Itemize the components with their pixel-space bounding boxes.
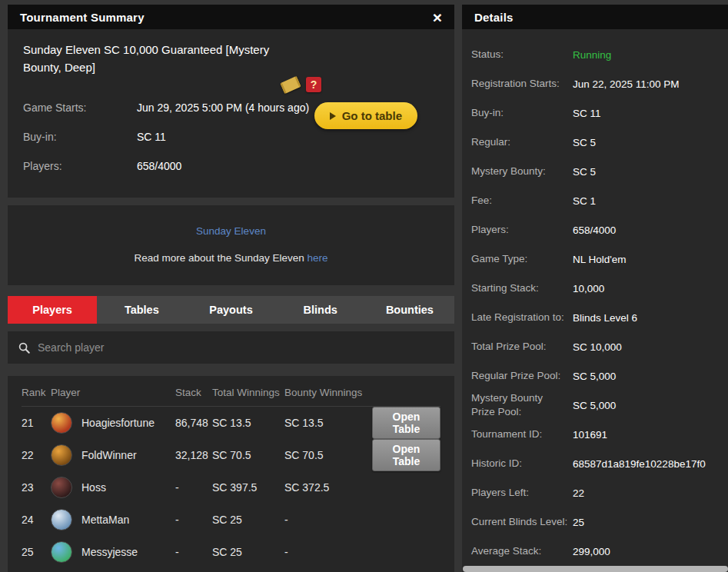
title-icons: ? [281, 77, 321, 92]
detail-row-starting-stack: Starting Stack: 10,000 [471, 274, 719, 303]
avatar [51, 509, 72, 530]
player-stack: - [175, 514, 212, 526]
series-info-card: Sunday Eleven Read more about the Sunday… [8, 205, 454, 285]
go-to-table-button[interactable]: Go to table [314, 102, 417, 129]
detail-label: Late Registration to: [471, 311, 573, 324]
player-bounty-winnings: SC 372.5 [284, 481, 372, 494]
player-name: Hoss [81, 481, 106, 494]
player-cell: FoldWinner [51, 444, 175, 466]
detail-row-late-registration: Late Registration to: Blinds Level 6 [471, 303, 719, 332]
player-cell: Hoagiesfortune [51, 412, 175, 434]
detail-row-mystery-bounty-prize-pool: Mystery Bounty Prize Pool: SC 5,000 [471, 391, 719, 420]
player-stack: - [175, 481, 212, 494]
details-body: Status: Running Registration Starts: Jun… [462, 29, 728, 572]
search-input[interactable] [38, 341, 444, 354]
summary-card: Sunday Eleven SC 10,000 Guaranteed [Myst… [8, 29, 454, 198]
player-name: FoldWinner [81, 449, 137, 461]
table-row: 22 FoldWinner 32,128 SC 70.5 SC 70.5 Ope… [22, 439, 440, 471]
details-header: Details [462, 5, 728, 29]
col-player: Player [51, 387, 175, 398]
tab-bar: Players Tables Payouts Blinds Bounties [8, 296, 454, 324]
detail-label: Registration Starts: [471, 77, 573, 91]
player-name: Messyjesse [81, 546, 138, 558]
detail-label: Players Left: [471, 486, 573, 500]
series-link[interactable]: Sunday Eleven [196, 225, 266, 237]
detail-row-historic-id: Historic ID: 68587d1a819fe10228be17f0 [471, 449, 719, 478]
detail-row-regular-prize-pool: Regular Prize Pool: SC 5,000 [471, 361, 719, 391]
read-more-line: Read more about the Sunday Eleven here [23, 252, 439, 264]
detail-value: NL Hold'em [573, 254, 627, 265]
horizontal-scrollbar[interactable] [463, 566, 728, 572]
detail-label: Tournament ID: [471, 427, 573, 441]
player-rank: 22 [22, 449, 51, 461]
detail-value: SC 11 [573, 108, 601, 119]
field-value: Jun 29, 2025 5:00 PM (4 hours ago) [137, 101, 309, 114]
tab-bounties[interactable]: Bounties [365, 296, 454, 324]
player-total-winnings: SC 13.5 [212, 417, 284, 429]
read-more-text: Read more about the Sunday Eleven [134, 252, 307, 264]
tournament-summary-header: Tournament Summary × [8, 5, 454, 29]
player-bounty-winnings: - [284, 514, 372, 526]
player-rank: 21 [22, 417, 51, 429]
detail-label: Fee: [471, 194, 573, 208]
detail-label: Game Type: [471, 252, 573, 266]
player-rank: 24 [22, 514, 51, 526]
search-bar [8, 331, 454, 364]
detail-label: Mystery Bounty: [471, 165, 573, 178]
tournament-title: Sunday Eleven SC 10,000 Guaranteed [Myst… [23, 42, 283, 76]
tab-payouts[interactable]: Payouts [186, 296, 275, 324]
open-table-button[interactable]: Open Table [372, 407, 440, 439]
detail-value: 22 [573, 487, 584, 499]
player-stack: 32,128 [175, 449, 212, 461]
player-bounty-winnings: SC 13.5 [284, 417, 372, 429]
col-stack: Stack [175, 387, 212, 398]
arrow-icon [330, 112, 336, 120]
close-icon[interactable]: × [433, 9, 442, 25]
detail-label: Total Prize Pool: [471, 340, 573, 354]
field-label: Buy-in: [23, 131, 137, 143]
search-icon [18, 342, 30, 354]
player-rank: 23 [22, 481, 51, 494]
detail-label: Players: [471, 223, 573, 237]
tab-tables[interactable]: Tables [97, 296, 186, 324]
tab-blinds[interactable]: Blinds [276, 296, 365, 324]
ticket-icon [280, 75, 301, 93]
detail-label: Current Blinds Level: [471, 515, 573, 529]
detail-value: SC 5,000 [573, 371, 616, 382]
avatar [51, 444, 72, 466]
detail-row-total-prize-pool: Total Prize Pool: SC 10,000 [471, 332, 719, 361]
field-players: Players: 658/4000 [23, 151, 439, 181]
field-label: Game Starts: [23, 101, 137, 114]
detail-label: Mystery Bounty Prize Pool: [471, 391, 573, 419]
detail-value: SC 5,000 [573, 400, 616, 411]
detail-value: Blinds Level 6 [573, 312, 637, 324]
detail-value: SC 1 [573, 195, 596, 207]
detail-value: Jun 22, 2025 11:00 PM [573, 78, 680, 90]
detail-row-regular: Regular: SC 5 [471, 128, 719, 157]
player-bounty-winnings: - [284, 546, 372, 558]
avatar [51, 477, 72, 498]
tab-players[interactable]: Players [8, 296, 97, 324]
field-label: Players: [23, 160, 137, 172]
detail-row-buy-in: Buy-in: SC 11 [471, 98, 719, 128]
col-total-winnings: Total Winnings [212, 387, 284, 398]
player-bounty-winnings: SC 70.5 [284, 449, 372, 461]
detail-value: SC 10,000 [573, 341, 622, 353]
detail-row-status: Status: Running [471, 40, 719, 69]
open-table-button[interactable]: Open Table [372, 439, 440, 471]
player-total-winnings: SC 25 [212, 514, 284, 526]
details-panel: Details Status: Running Registration Sta… [462, 5, 728, 572]
detail-value: SC 5 [573, 166, 596, 178]
go-to-table-label: Go to table [342, 109, 402, 122]
read-more-link[interactable]: here [307, 252, 328, 264]
player-cell: Hoss [51, 477, 175, 498]
player-name: Hoagiesfortune [81, 417, 155, 429]
field-value: SC 11 [137, 131, 166, 143]
detail-row-registration-starts: Registration Starts: Jun 22, 2025 11:00 … [471, 69, 719, 98]
detail-value: 25 [573, 517, 584, 528]
detail-label: Status: [471, 48, 573, 62]
player-total-winnings: SC 25 [212, 546, 284, 558]
players-table-header: Rank Player Stack Total Winnings Bounty … [22, 387, 440, 407]
detail-label: Average Stack: [471, 544, 573, 558]
player-rank: 25 [22, 546, 51, 558]
